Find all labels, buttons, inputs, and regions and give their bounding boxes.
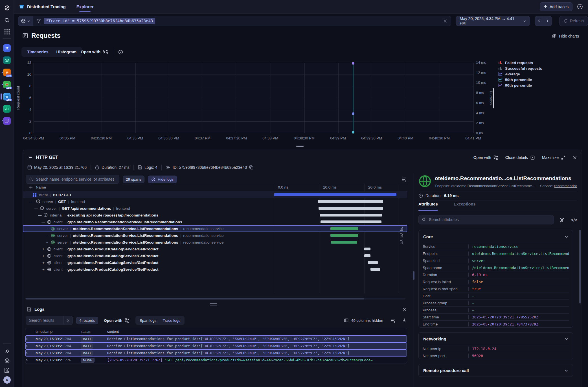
- legend-item[interactable]: Average: [498, 71, 542, 77]
- attr-row[interactable]: Net peer ip172.18.0.24: [423, 345, 569, 352]
- sidebar-item-service-map[interactable]: NEW: [0, 67, 14, 78]
- service-link[interactable]: recommendationse…: [554, 184, 577, 188]
- span-row[interactable]: —sserver|GET /api/recommendations|fronte…: [23, 205, 407, 212]
- span-duration-bar[interactable]: [320, 214, 382, 217]
- attributes-search-input[interactable]: Search attributes: [418, 215, 554, 224]
- span-toggle-minus[interactable]: —: [34, 206, 38, 211]
- attr-row[interactable]: Servicerecommendationservice: [423, 243, 569, 250]
- apps-grid-icon[interactable]: [0, 26, 14, 38]
- attr-row[interactable]: Span kindserver: [423, 257, 569, 264]
- tab-span-logs[interactable]: Span logs: [137, 317, 160, 324]
- time-range-picker[interactable]: May 20, 2025, 4:34 PM → 4:41 PM: [456, 16, 530, 26]
- log-row[interactable]: May 20, 16:39:21.784INFOReceive ListReco…: [25, 335, 407, 342]
- log-row[interactable]: May 20, 16:39:21.784INFOReceive ListReco…: [25, 342, 407, 349]
- time-shift-forward-button[interactable]: [543, 16, 552, 26]
- chart-plot-area[interactable]: [34, 63, 473, 133]
- sidebar-item-workflows[interactable]: [0, 42, 14, 54]
- sidebar-item-integrations[interactable]: [0, 115, 14, 126]
- span-duration-bar[interactable]: [330, 227, 358, 230]
- span-duration-bar[interactable]: [274, 193, 396, 196]
- close-details-button[interactable]: Close details: [505, 155, 535, 160]
- scrollbar-thumb[interactable]: [26, 298, 364, 299]
- span-toggle-minus[interactable]: —: [41, 220, 45, 224]
- time-shift-back-button[interactable]: [535, 16, 543, 26]
- clear-logs-search-button[interactable]: [64, 316, 73, 325]
- hide-logs-button[interactable]: Hide logs: [148, 176, 177, 183]
- attr-row[interactable]: Span name/oteldemo.RecommendationService…: [423, 264, 569, 271]
- tab-exceptions[interactable]: Exceptions: [454, 202, 475, 210]
- tab-explorer[interactable]: Explorer: [76, 0, 94, 13]
- avatar[interactable]: A: [0, 374, 14, 386]
- col-content[interactable]: content: [107, 330, 407, 334]
- sidebar-item-tracing-active[interactable]: NEW: [0, 91, 14, 102]
- query-input[interactable]: "Trace id" = 57596f99730b8e76f4be84b635a…: [33, 16, 451, 26]
- details-scrollbar[interactable]: [579, 230, 581, 303]
- maximize-button[interactable]: Maximize: [542, 155, 565, 160]
- span-toggle-minus[interactable]: —: [30, 200, 34, 204]
- span-toggle-plus[interactable]: +: [41, 247, 45, 251]
- span-log-icon[interactable]: [399, 240, 403, 244]
- copy-icon[interactable]: [249, 165, 253, 170]
- span-row[interactable]: +client|grpc.oteldemo.ProductCatalogServ…: [23, 252, 407, 259]
- span-duration-bar[interactable]: [318, 200, 383, 203]
- attr-row[interactable]: Request is failedfalse: [423, 278, 569, 285]
- sidebar-item-metrics[interactable]: [0, 103, 14, 114]
- span-duration-bar[interactable]: [368, 261, 378, 264]
- download-icon[interactable]: [402, 318, 407, 323]
- expand-chevron-icon[interactable]: [25, 359, 36, 362]
- legend-item[interactable]: Successful requests: [498, 65, 542, 71]
- chevron-down-icon[interactable]: [565, 235, 568, 239]
- expand-chevron-icon[interactable]: [25, 352, 36, 355]
- span-duration-bar[interactable]: [319, 207, 383, 210]
- close-logs-icon[interactable]: [402, 307, 407, 311]
- span-duration-bar[interactable]: [330, 234, 358, 237]
- sidebar-item-infrastructure[interactable]: NEW: [0, 79, 14, 90]
- code-view-icon[interactable]: </>: [571, 218, 577, 222]
- span-row[interactable]: —sinternal|executing api route (pages) /…: [23, 212, 407, 218]
- clear-query-icon[interactable]: [443, 19, 447, 23]
- span-row[interactable]: —client|grpc.oteldemo.RecommendationServ…: [23, 218, 407, 225]
- section-header[interactable]: Remote procedure call: [419, 364, 573, 377]
- span-toggle-plus[interactable]: +: [41, 267, 45, 272]
- span-toggle-plus[interactable]: +: [41, 261, 45, 265]
- query-filter-chip[interactable]: "Trace id" = 57596f99730b8e76f4be84b635a…: [44, 18, 155, 24]
- span-log-icon[interactable]: [399, 233, 403, 238]
- close-icon[interactable]: [573, 156, 577, 160]
- search-icon[interactable]: [0, 15, 14, 26]
- chart-data-point[interactable]: [352, 131, 354, 134]
- attr-row[interactable]: Duration6.19 ms: [423, 271, 569, 278]
- chart-data-point[interactable]: [352, 62, 354, 65]
- chart-data-point[interactable]: [352, 112, 354, 115]
- sidebar-item-resources[interactable]: [0, 54, 14, 66]
- add-column-icon[interactable]: [29, 185, 33, 189]
- attr-row[interactable]: End time2025-05-20T20:39:21.784737879Z: [423, 320, 569, 327]
- span-duration-bar[interactable]: [364, 248, 370, 250]
- tab-attributes[interactable]: Attributes: [418, 202, 438, 211]
- section-header[interactable]: Core: [419, 230, 573, 243]
- span-toggle-plus[interactable]: +: [45, 240, 49, 244]
- expand-chevron-icon[interactable]: [25, 345, 36, 347]
- add-traces-button[interactable]: Add traces: [540, 2, 572, 11]
- horizontal-scrollbar[interactable]: [25, 298, 405, 299]
- columns-hidden-button[interactable]: 49 columns hidden: [344, 318, 383, 323]
- col-timestamp[interactable]: timestamp: [36, 329, 81, 334]
- dataset-selector[interactable]: [18, 16, 33, 26]
- selected-time-marker[interactable]: [353, 63, 354, 133]
- attr-row[interactable]: Endpointoteldemo.RecommendationService.L…: [423, 250, 569, 257]
- span-row[interactable]: —server|oteldemo.RecommendationService.L…: [23, 225, 407, 232]
- log-row[interactable]: May 20, 16:39:21.776NONE[2025-05-20T20:3…: [25, 357, 407, 364]
- tab-trace-logs[interactable]: Trace logs: [160, 317, 184, 324]
- span-row[interactable]: client|HTTP GET: [23, 191, 407, 198]
- panes-resize-handle[interactable]: [413, 271, 414, 280]
- logs-search-input[interactable]: Search results: [26, 316, 64, 325]
- spans-resize-handle[interactable]: [210, 303, 217, 305]
- span-log-icon[interactable]: [399, 226, 403, 231]
- span-duration-bar[interactable]: [370, 268, 380, 271]
- row-settings-icon[interactable]: [402, 177, 407, 182]
- span-row[interactable]: —server|oteldemo.RecommendationService.L…: [23, 232, 407, 239]
- attr-row[interactable]: Process group–: [423, 299, 569, 306]
- attr-row[interactable]: Process–: [423, 306, 569, 313]
- name-column-header[interactable]: Name: [36, 185, 46, 189]
- expand-chevron-icon[interactable]: [25, 338, 36, 340]
- legend-item[interactable]: Failed requests: [498, 60, 542, 65]
